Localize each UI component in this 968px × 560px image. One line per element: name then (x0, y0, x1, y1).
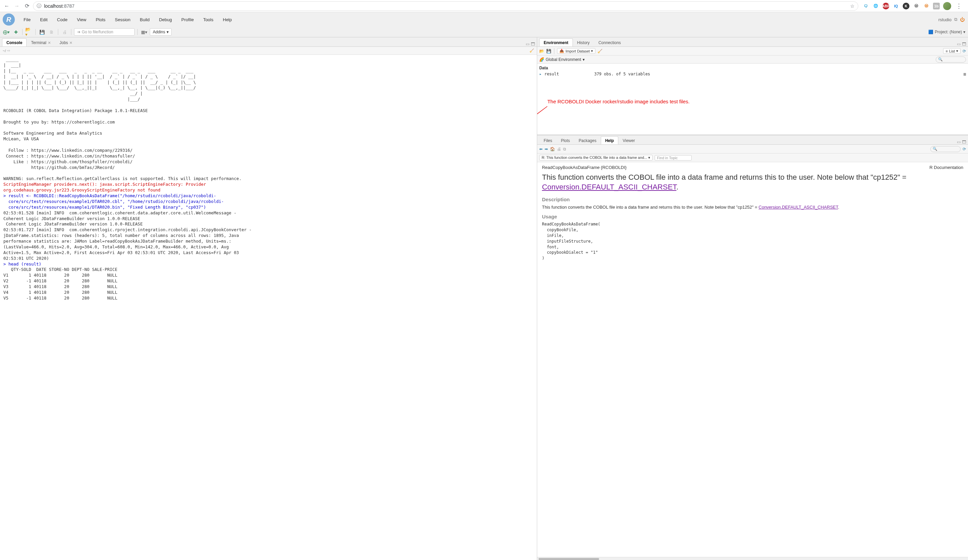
env-row[interactable]: ▸result379 obs. of 5 variables▦ (539, 71, 966, 77)
help-crumb-bar: R: This function converts the COBOL file… (537, 154, 968, 162)
ext-icon-k[interactable]: K (903, 3, 910, 10)
help-topic-dropdown[interactable]: R: This function converts the COBOL file… (539, 155, 653, 161)
menu-help[interactable]: Help (218, 16, 237, 23)
minimize-pane-icon[interactable]: ▭ (957, 42, 961, 46)
menu-edit[interactable]: Edit (35, 16, 52, 23)
tab-jobs[interactable]: Jobs✕ (55, 38, 77, 46)
open-external-icon[interactable]: ⧉ (954, 17, 957, 22)
url-text: localhost:8787 (44, 3, 75, 9)
tab-history[interactable]: History (573, 38, 594, 46)
minimize-pane-icon[interactable]: ▭ (526, 42, 529, 46)
view-data-icon[interactable]: ▦ (964, 72, 966, 76)
save-all-icon[interactable]: 🗎 (48, 28, 55, 36)
working-dir-label: ~/ (3, 49, 6, 53)
menu-build[interactable]: Build (135, 16, 154, 23)
menu-tools[interactable]: Tools (199, 16, 218, 23)
view-mode-dropdown[interactable]: ≡ List ▾ (943, 48, 961, 54)
help-back-icon[interactable]: ⬅ (539, 147, 542, 151)
site-info-icon[interactable]: ⓘ (37, 3, 41, 9)
user-label: rstudio (938, 17, 951, 22)
help-usage-heading: Usage (542, 214, 963, 219)
menu-debug[interactable]: Debug (154, 16, 176, 23)
help-search-input[interactable]: 🔍 (930, 146, 961, 152)
profile-avatar[interactable] (943, 2, 951, 10)
browser-menu-icon[interactable]: ⋮ (955, 2, 963, 10)
se-line2: McLean, VA USA (3, 136, 39, 141)
ext-icon-wp2[interactable]: Ⓦ (923, 3, 930, 10)
url-bar[interactable]: ⓘ localhost:8787 ☆ (33, 2, 858, 11)
refresh-env-icon[interactable]: ⟳ (963, 49, 966, 53)
new-file-icon[interactable]: ⨁▾ (3, 28, 10, 36)
tab-viewer[interactable]: Viewer (618, 136, 639, 144)
tab-files[interactable]: Files (539, 136, 556, 144)
tab-help[interactable]: Help (601, 136, 618, 144)
reload-button[interactable]: ⟳ (23, 2, 31, 10)
rstudio-logo[interactable]: R (3, 13, 15, 26)
main-toolbar: ⨁▾ ✚ 📂▾ 💾 🗎 🖨 ➜ Go to file/function ▦▾ A… (0, 27, 968, 37)
ext-icon-wp[interactable]: Ⓦ (913, 3, 920, 10)
ext-icon-globe[interactable]: 🌐 (872, 3, 879, 10)
menu-plots[interactable]: Plots (91, 16, 110, 23)
help-forward-icon[interactable]: ➡ (545, 147, 548, 151)
help-sig-left: ReadCopyBookAsDataFrame {RCOBOLDI} (542, 165, 627, 170)
open-file-icon[interactable]: 📂▾ (25, 28, 33, 36)
close-icon[interactable]: ✕ (70, 41, 72, 45)
tab-terminal[interactable]: Terminal✕ (27, 38, 55, 46)
expand-icon[interactable]: ▸ (539, 72, 542, 76)
menu-session[interactable]: Session (110, 16, 135, 23)
tab-console[interactable]: Console (2, 38, 27, 46)
clear-objects-icon[interactable]: 🧹 (597, 49, 602, 53)
tab-plots[interactable]: Plots (557, 136, 575, 144)
goto-file-input[interactable]: ➜ Go to file/function (74, 28, 134, 36)
load-workspace-icon[interactable]: 📂 (539, 49, 544, 53)
help-hscroll[interactable] (537, 557, 968, 560)
new-project-icon[interactable]: ✚ (12, 28, 20, 36)
grid-icon[interactable]: ▦▾ (140, 28, 148, 36)
back-button[interactable]: ← (3, 2, 11, 10)
env-search-input[interactable]: 🔍 (936, 56, 966, 63)
close-icon[interactable]: ✕ (48, 41, 51, 45)
tab-label: Packages (578, 138, 597, 143)
env-var-name: result (544, 72, 592, 76)
find-in-topic-input[interactable]: Find in Topic (655, 155, 692, 161)
menu-file[interactable]: File (19, 16, 35, 23)
addins-dropdown[interactable]: Addins ▾ (150, 28, 172, 36)
help-print-icon[interactable]: 🖨 (557, 147, 561, 151)
app-top: R FileEditCodeViewPlotsSessionBuildDebug… (0, 12, 968, 37)
ext-icon-abp[interactable]: ABP (882, 3, 889, 10)
help-body[interactable]: ReadCopyBookAsDataFrame {RCOBOLDI} R Doc… (537, 162, 968, 557)
annotation-text: The RCOBOLDI Docker rocker/rstudio image… (547, 99, 965, 104)
maximize-pane-icon[interactable]: 🗖 (962, 140, 966, 144)
ext-icon-1b[interactable]: 1b (933, 3, 940, 10)
menu-profile[interactable]: Profile (177, 16, 199, 23)
minimize-pane-icon[interactable]: ▭ (957, 140, 961, 144)
clear-console-icon[interactable]: 🧹 (529, 48, 534, 53)
save-workspace-icon[interactable]: 💾 (546, 49, 551, 53)
forward-button[interactable]: → (13, 2, 21, 10)
dir-picker-icon[interactable]: ⇨ (7, 48, 10, 53)
help-home-icon[interactable]: 🏠 (550, 147, 555, 151)
tab-packages[interactable]: Packages (574, 136, 601, 144)
project-selector[interactable]: 🟦 Project: (None) ▾ (928, 30, 965, 34)
menu-code[interactable]: Code (52, 16, 72, 23)
print-icon[interactable]: 🖨 (61, 28, 68, 36)
maximize-pane-icon[interactable]: 🗖 (962, 42, 966, 46)
tab-label: Console (7, 40, 22, 45)
help-desc-link[interactable]: Conversion.DEFAULT_ASCII_CHARSET (759, 205, 838, 210)
tab-environment[interactable]: Environment (539, 38, 572, 46)
star-icon[interactable]: ☆ (850, 3, 855, 9)
menu-view[interactable]: View (72, 16, 91, 23)
console-output[interactable]: _____ | ___| | |__ _ __ ___ ___ _ _ _ __… (0, 55, 537, 560)
help-refresh-icon[interactable]: ⟳ (963, 147, 966, 151)
help-title-link[interactable]: Conversion.DEFAULT_ASCII_CHARSET (542, 183, 676, 191)
ext-icon-iq[interactable]: IQ (893, 3, 899, 10)
save-icon[interactable]: 💾 (38, 28, 46, 36)
tab-connections[interactable]: Connections (594, 38, 625, 46)
goto-arrow-icon: ➜ (77, 30, 80, 34)
import-dataset-dropdown[interactable]: 📥 Import Dataset ▾ (557, 48, 595, 54)
maximize-pane-icon[interactable]: 🗖 (531, 42, 535, 46)
power-icon[interactable]: ⏻ (960, 17, 965, 22)
ext-icon-chat[interactable]: 🗨 (862, 3, 869, 10)
scope-label[interactable]: Global Environment (545, 57, 581, 62)
help-popout-icon[interactable]: ⧉ (563, 147, 566, 151)
